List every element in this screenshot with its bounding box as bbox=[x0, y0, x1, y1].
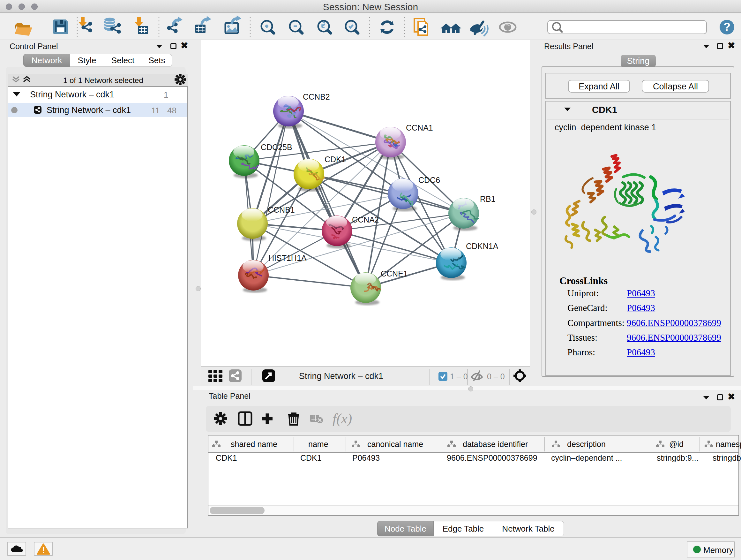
svg-text:CCNA1: CCNA1 bbox=[406, 123, 433, 132]
svg-text:CDK1: CDK1 bbox=[325, 155, 346, 164]
svg-text:CCNB2: CCNB2 bbox=[303, 92, 330, 101]
svg-text:f(x): f(x) bbox=[333, 411, 352, 427]
svg-text:HIST1H1A: HIST1H1A bbox=[268, 253, 307, 262]
svg-text:?: ? bbox=[724, 20, 731, 34]
svg-text:RB1: RB1 bbox=[480, 194, 495, 203]
svg-text:CDC25B: CDC25B bbox=[261, 143, 292, 152]
svg-text:CDC6: CDC6 bbox=[418, 176, 440, 185]
svg-text:CCNB1: CCNB1 bbox=[268, 205, 295, 214]
svg-text:CDKN1A: CDKN1A bbox=[466, 242, 498, 251]
svg-text:CCNA2: CCNA2 bbox=[352, 215, 379, 224]
svg-text:CCNE1: CCNE1 bbox=[381, 269, 408, 278]
